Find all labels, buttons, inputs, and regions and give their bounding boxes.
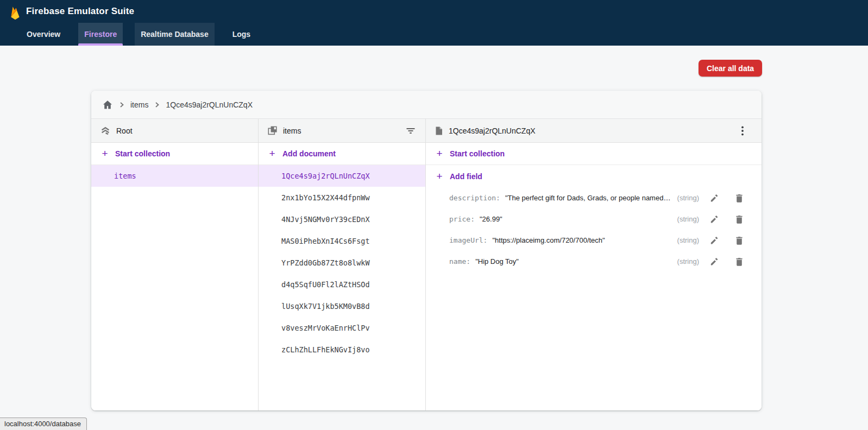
field-name: name: xyxy=(449,257,470,265)
home-button[interactable] xyxy=(102,99,113,110)
tab-overview[interactable]: Overview xyxy=(21,23,66,46)
firebase-logo-icon xyxy=(9,5,21,20)
field-row: imageUrl: "https://placeimg.com/720/700/… xyxy=(426,230,762,251)
trash-icon xyxy=(735,236,744,245)
breadcrumb-collection[interactable]: items xyxy=(130,100,148,109)
document-list-item[interactable]: v8veszMrVoKaEnrHClPv xyxy=(259,317,425,339)
pencil-icon xyxy=(709,193,719,203)
start-collection-button-root[interactable]: Start collection xyxy=(91,143,258,165)
add-document-button[interactable]: Add document xyxy=(259,143,425,165)
field-value: "26.99" xyxy=(480,215,502,223)
delete-field-button[interactable] xyxy=(735,193,744,203)
delete-field-button[interactable] xyxy=(735,236,744,245)
field-value: "Hip Dog Toy" xyxy=(475,257,519,265)
collection-column: items Add document 1Qce4s9aj2rQLnUnCZqX … xyxy=(259,119,426,410)
collection-column-title: items xyxy=(283,127,301,135)
delete-field-button[interactable] xyxy=(735,257,744,267)
field-type-badge: (string) xyxy=(671,236,699,244)
document-icon xyxy=(435,126,443,136)
add-field-button[interactable]: Add field xyxy=(426,165,762,187)
plus-icon xyxy=(100,149,110,159)
field-name: description: xyxy=(449,194,500,202)
document-column-title: 1Qce4s9aj2rQLnUnCZqX xyxy=(449,127,536,135)
firestore-root-icon xyxy=(100,125,111,136)
start-collection-button-document[interactable]: Start collection xyxy=(426,143,762,165)
field-row: price: "26.99" (string) xyxy=(426,208,762,230)
chevron-right-icon xyxy=(153,101,161,109)
clear-all-data-button[interactable]: Clear all data xyxy=(699,60,762,77)
chevron-right-icon xyxy=(118,101,125,109)
nav-tabs: Overview Firestore Realtime Database Log… xyxy=(0,23,868,46)
delete-field-button[interactable] xyxy=(735,214,744,224)
root-column: Root Start collection items xyxy=(91,119,259,410)
list-item-label: YrPZdd0Gb87Zt8o8lwkW xyxy=(281,258,370,267)
add-field-label: Add field xyxy=(450,172,482,181)
plus-icon xyxy=(435,172,444,181)
document-column: 1Qce4s9aj2rQLnUnCZqX Start collection Ad… xyxy=(426,119,762,410)
root-column-title: Root xyxy=(116,127,133,135)
list-item-label: zCLhZhLLFhEkNGvIj8vo xyxy=(281,345,370,354)
edit-field-button[interactable] xyxy=(709,193,719,203)
app-title: Firebase Emulator Suite xyxy=(26,6,134,17)
firestore-panel-card: items 1Qce4s9aj2rQLnUnCZqX Root Start co… xyxy=(91,91,762,410)
plus-icon xyxy=(435,149,444,159)
list-item-label: d4q5SqfU0Fl2lAZtHSOd xyxy=(281,280,370,289)
start-collection-label: Start collection xyxy=(115,149,170,158)
kebab-menu-icon xyxy=(741,125,744,136)
collection-list: items xyxy=(91,165,258,187)
pencil-icon xyxy=(709,257,719,267)
document-list-item[interactable]: 2nx1bYo15X2X44dfpnWw xyxy=(259,187,425,208)
document-list-item[interactable]: zCLhZhLLFhEkNGvIj8vo xyxy=(259,339,425,361)
document-list-item[interactable]: MAS0iPhebXnI4Cs6Fsgt xyxy=(259,230,425,252)
field-type-badge: (string) xyxy=(671,257,699,265)
pencil-icon xyxy=(709,236,719,245)
list-item-label: MAS0iPhebXnI4Cs6Fsgt xyxy=(281,237,370,245)
document-list-item[interactable]: 1Qce4s9aj2rQLnUnCZqX xyxy=(259,165,425,187)
document-list-item[interactable]: lUsqXk7V1jkb5KM0vB8d xyxy=(259,295,425,317)
edit-field-button[interactable] xyxy=(709,214,719,224)
trash-icon xyxy=(735,193,744,203)
field-type-badge: (string) xyxy=(671,194,699,202)
list-item-label: 4NJvj5NGMv0rY39cEDnX xyxy=(281,215,370,224)
filter-icon xyxy=(406,126,416,136)
pencil-icon xyxy=(709,214,719,224)
document-menu-button[interactable] xyxy=(740,124,745,137)
document-list-item[interactable]: YrPZdd0Gb87Zt8o8lwkW xyxy=(259,252,425,274)
tab-logs[interactable]: Logs xyxy=(227,23,256,46)
filter-documents-button[interactable] xyxy=(405,125,417,137)
add-document-label: Add document xyxy=(282,149,336,158)
collection-column-header: items xyxy=(259,119,425,143)
plus-icon xyxy=(267,149,277,159)
edit-field-button[interactable] xyxy=(709,236,719,245)
trash-icon xyxy=(735,257,744,267)
app-header: Firebase Emulator Suite Overview Firesto… xyxy=(0,0,868,46)
document-list-item[interactable]: d4q5SqfU0Fl2lAZtHSOd xyxy=(259,274,425,295)
field-row: name: "Hip Dog Toy" (string) xyxy=(426,251,762,272)
root-column-header: Root xyxy=(91,119,258,143)
field-value: "The perfect gift for Dads, Grads, or pe… xyxy=(505,194,671,202)
field-name: imageUrl: xyxy=(449,236,487,244)
field-type-badge: (string) xyxy=(671,215,699,223)
tab-firestore[interactable]: Firestore xyxy=(78,23,123,46)
home-icon xyxy=(102,99,113,110)
tab-realtime-database[interactable]: Realtime Database xyxy=(135,23,215,46)
field-row: description: "The perfect gift for Dads,… xyxy=(426,187,762,208)
document-list: 1Qce4s9aj2rQLnUnCZqX 2nx1bYo15X2X44dfpnW… xyxy=(259,165,425,361)
document-column-header: 1Qce4s9aj2rQLnUnCZqX xyxy=(426,119,762,143)
list-item-label: items xyxy=(114,172,136,180)
field-name: price: xyxy=(449,215,475,223)
start-collection-label: Start collection xyxy=(450,149,505,158)
edit-field-button[interactable] xyxy=(709,257,719,267)
breadcrumb: items 1Qce4s9aj2rQLnUnCZqX xyxy=(91,91,762,119)
firestore-columns: Root Start collection items items xyxy=(91,119,762,410)
browser-status-url: localhost:4000/database xyxy=(0,418,87,430)
field-list: description: "The perfect gift for Dads,… xyxy=(426,187,762,272)
list-item-label: 1Qce4s9aj2rQLnUnCZqX xyxy=(281,172,370,180)
list-item-label: 2nx1bYo15X2X44dfpnWw xyxy=(281,193,370,202)
collection-icon xyxy=(267,125,278,136)
field-value: "https://placeimg.com/720/700/tech" xyxy=(492,236,605,244)
header-top: Firebase Emulator Suite xyxy=(0,0,868,23)
breadcrumb-document[interactable]: 1Qce4s9aj2rQLnUnCZqX xyxy=(166,100,253,109)
collection-list-item[interactable]: items xyxy=(91,165,258,187)
document-list-item[interactable]: 4NJvj5NGMv0rY39cEDnX xyxy=(259,208,425,230)
